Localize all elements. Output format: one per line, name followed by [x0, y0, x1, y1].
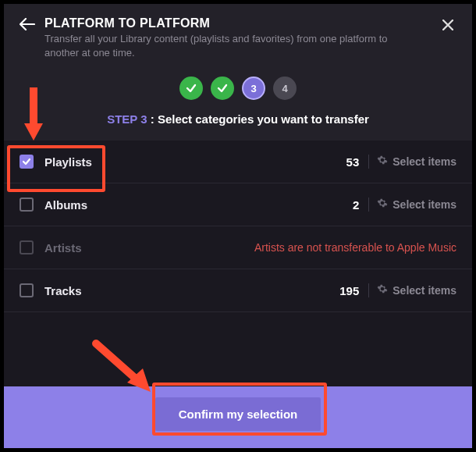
category-count: 195 [339, 284, 359, 297]
gear-icon [377, 198, 388, 212]
category-list: Playlists 53 Select items Albums 2 Selec… [4, 141, 472, 386]
modal-footer: Confirm my selection [4, 386, 472, 448]
select-items-link[interactable]: Select items [393, 155, 456, 168]
step-4-next[interactable]: 4 [273, 77, 297, 100]
gear-icon [377, 155, 388, 169]
category-error: Artists are not transferable to Apple Mu… [254, 241, 456, 254]
checkbox-artists [20, 240, 34, 254]
stepper: 3 4 [4, 70, 472, 103]
step-4-label: 4 [282, 83, 287, 94]
step-3-label: 3 [250, 83, 256, 94]
category-label: Albums [44, 198, 353, 212]
category-count: 53 [346, 155, 360, 169]
divider [368, 198, 369, 212]
step-heading-main: : Select categories you want to transfer [147, 112, 369, 126]
step-heading-prefix: STEP 3 [107, 112, 147, 126]
category-label: Artists [44, 241, 254, 254]
category-row-tracks: Tracks 195 Select items [4, 269, 472, 312]
category-label: Playlists [44, 155, 346, 169]
category-count: 2 [353, 198, 359, 212]
modal-header: PLATFORM TO PLATFORM Transfer all your L… [4, 4, 472, 70]
gear-icon [377, 283, 388, 297]
category-label: Tracks [44, 284, 339, 297]
step-1-done[interactable] [179, 77, 203, 100]
modal-subtitle: Transfer all your Library content (playl… [44, 32, 403, 59]
divider [368, 155, 369, 169]
category-row-artists: Artists Artists are not transferable to … [4, 226, 472, 269]
step-3-active[interactable]: 3 [242, 77, 265, 100]
step-2-done[interactable] [211, 77, 234, 100]
category-row-playlists: Playlists 53 Select items [4, 141, 472, 183]
checkbox-playlists[interactable] [20, 155, 34, 169]
step-heading: STEP 3 : Select categories you want to t… [4, 103, 472, 141]
back-arrow-icon[interactable] [20, 18, 35, 34]
category-row-albums: Albums 2 Select items [4, 183, 472, 226]
close-icon[interactable] [439, 16, 456, 36]
checkbox-albums[interactable] [20, 198, 34, 212]
transfer-modal: PLATFORM TO PLATFORM Transfer all your L… [4, 4, 472, 448]
modal-title: PLATFORM TO PLATFORM [44, 16, 439, 30]
select-items-link[interactable]: Select items [393, 284, 456, 297]
confirm-button[interactable]: Confirm my selection [155, 397, 321, 431]
divider [368, 283, 369, 297]
select-items-link[interactable]: Select items [393, 198, 456, 211]
checkbox-tracks[interactable] [20, 283, 34, 297]
